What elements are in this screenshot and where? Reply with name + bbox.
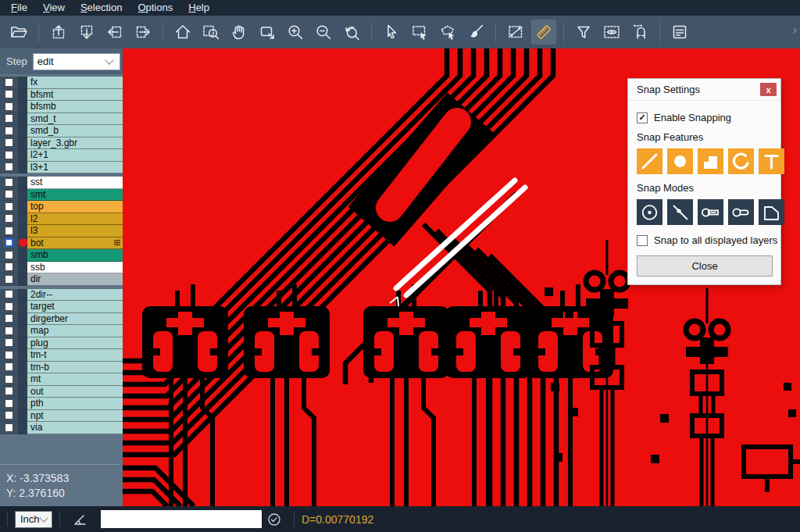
menu-file[interactable]: File — [3, 0, 35, 16]
step-select[interactable]: edit — [33, 53, 120, 70]
pan-hand-button[interactable] — [227, 20, 252, 45]
open-file-button[interactable] — [6, 20, 31, 45]
snap-all-layers-row[interactable]: Snap to all displayed layers — [637, 234, 773, 246]
menu-view[interactable]: View — [35, 0, 73, 16]
layer-row-fx[interactable]: fx — [0, 77, 123, 89]
menu-selection[interactable]: Selection — [73, 0, 130, 16]
layer-visibility-checkbox[interactable] — [5, 78, 13, 87]
layer-row-bot-active[interactable]: bot⊞ — [0, 237, 123, 250]
pan-up-button[interactable] — [46, 20, 71, 45]
toolbar-overflow-chevron[interactable]: › — [793, 23, 797, 36]
active-layer-checkbox[interactable] — [5, 238, 13, 247]
select-polygon-button[interactable] — [435, 20, 460, 45]
layer-visibility-checkbox[interactable] — [5, 190, 13, 198]
layer-visibility-checkbox[interactable] — [5, 302, 13, 311]
snap-slot-filled-button[interactable] — [698, 199, 723, 225]
zoom-in-button[interactable] — [283, 20, 308, 45]
layer-visibility-checkbox[interactable] — [5, 151, 13, 159]
snap-line-button[interactable] — [637, 148, 662, 174]
enable-snapping-row[interactable]: ✓ Enable Snapping — [637, 112, 773, 123]
brush-select-button[interactable] — [463, 20, 488, 45]
layer-visibility-checkbox[interactable] — [5, 214, 13, 223]
snap-settings-button[interactable] — [627, 20, 652, 45]
layer-row-layer_3[interactable]: layer_3.gbr — [0, 137, 123, 150]
layer-visibility-checkbox[interactable] — [5, 178, 13, 187]
report-list-button[interactable] — [667, 20, 692, 45]
layer-row-smd_b[interactable]: smd_b — [0, 125, 123, 137]
layer-visibility-checkbox[interactable] — [5, 162, 13, 171]
layer-visibility-checkbox[interactable] — [5, 90, 13, 98]
snap-arc-button[interactable] — [728, 148, 754, 174]
dialog-titlebar[interactable]: Snap Settings x — [628, 79, 780, 101]
layer-row-pth[interactable]: pth — [0, 398, 123, 410]
layer-visibility-checkbox[interactable] — [5, 102, 13, 111]
layer-row-top[interactable]: top — [0, 201, 123, 213]
layer-visibility-checkbox[interactable] — [5, 351, 13, 359]
layer-row-dir[interactable]: dir — [0, 273, 123, 286]
layer-visibility-checkbox[interactable] — [5, 114, 13, 123]
layer-row-bfsmt[interactable]: bfsmt — [0, 89, 123, 102]
layer-visibility-checkbox[interactable] — [5, 375, 13, 384]
layer-row-l2p1[interactable]: l2+1 — [0, 149, 123, 162]
layer-row-bfsmb[interactable]: bfsmb — [0, 101, 123, 113]
layer-row-l3p1[interactable]: l3+1 — [0, 162, 123, 174]
pan-right-button[interactable] — [130, 20, 155, 45]
select-pointer-button[interactable] — [379, 20, 404, 45]
enable-snapping-checkbox[interactable]: ✓ — [637, 112, 648, 123]
view-selection-button[interactable] — [599, 20, 624, 45]
ruler-measure-button[interactable] — [531, 20, 556, 45]
measure-distance-button[interactable] — [503, 20, 528, 45]
layer-visibility-checkbox[interactable] — [5, 262, 13, 271]
layer-row-smd_t[interactable]: smd_t — [0, 113, 123, 126]
layer-visibility-checkbox[interactable] — [5, 362, 13, 371]
layer-row-plug[interactable]: plug — [0, 337, 123, 350]
filter-button[interactable] — [571, 20, 596, 45]
layer-row-l2[interactable]: l2 — [0, 213, 123, 226]
layer-row-tm-b[interactable]: tm-b — [0, 362, 123, 374]
pan-down-button[interactable] — [74, 20, 99, 45]
layer-row-mt[interactable]: mt — [0, 373, 123, 386]
layer-visibility-checkbox[interactable] — [5, 202, 13, 211]
layer-visibility-checkbox[interactable] — [5, 290, 13, 298]
zoom-window-button[interactable] — [198, 20, 223, 45]
zoom-fit-home-button[interactable] — [170, 20, 195, 45]
layer-row-target[interactable]: target — [0, 301, 123, 313]
unit-select[interactable]: Inch — [15, 511, 52, 528]
snap-corner-button[interactable] — [759, 199, 784, 225]
snap-pad-button[interactable] — [667, 148, 693, 174]
layer-row-out[interactable]: out — [0, 386, 123, 398]
zoom-selection-button[interactable] — [255, 20, 280, 45]
layer-row-tm-t[interactable]: tm-t — [0, 349, 123, 362]
dialog-close-icon[interactable]: x — [760, 83, 777, 96]
zoom-out-button[interactable] — [311, 20, 336, 45]
layer-visibility-checkbox[interactable] — [5, 275, 13, 284]
layer-row-l3[interactable]: l3 — [0, 225, 123, 237]
layer-visibility-checkbox[interactable] — [5, 138, 13, 147]
apply-measure-button[interactable] — [267, 512, 281, 527]
menu-help[interactable]: Help — [180, 0, 217, 16]
layer-visibility-checkbox[interactable] — [5, 327, 13, 335]
angle-mode-button[interactable] — [73, 512, 88, 527]
layer-row-sst[interactable]: sst — [0, 177, 123, 189]
layer-visibility-checkbox[interactable] — [5, 127, 13, 135]
select-rectangle-button[interactable] — [407, 20, 432, 45]
snap-text-button[interactable] — [759, 148, 784, 174]
layer-row-map[interactable]: map — [0, 325, 123, 337]
layer-row-smb[interactable]: smb — [0, 249, 123, 262]
layer-row-via[interactable]: via — [0, 422, 123, 434]
zoom-previous-button[interactable] — [339, 20, 364, 45]
layer-grid-icon[interactable]: ⊞ — [114, 238, 120, 247]
layer-visibility-checkbox[interactable] — [5, 399, 13, 408]
pan-left-button[interactable] — [102, 20, 127, 45]
snap-all-layers-checkbox[interactable] — [637, 235, 648, 246]
snap-surface-button[interactable] — [698, 148, 723, 174]
layer-visibility-checkbox[interactable] — [5, 387, 13, 395]
layer-visibility-checkbox[interactable] — [5, 251, 13, 259]
snap-midpoint-button[interactable] — [667, 199, 693, 225]
snap-center-button[interactable] — [637, 199, 662, 225]
layer-visibility-checkbox[interactable] — [5, 314, 13, 323]
layer-visibility-checkbox[interactable] — [5, 411, 13, 420]
layer-row-dirgerber[interactable]: dirgerber — [0, 313, 123, 326]
close-button[interactable]: Close — [637, 255, 773, 277]
layer-visibility-checkbox[interactable] — [5, 338, 13, 347]
